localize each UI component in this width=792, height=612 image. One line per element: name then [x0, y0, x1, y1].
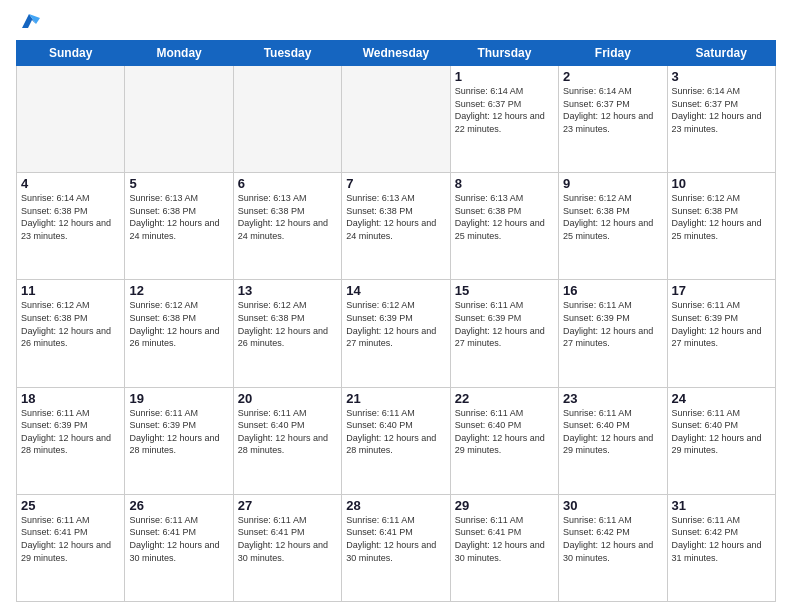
calendar-week-2: 11Sunrise: 6:12 AMSunset: 6:38 PMDayligh…: [17, 280, 776, 387]
day-header-sunday: Sunday: [17, 41, 125, 66]
day-info: Sunrise: 6:13 AMSunset: 6:38 PMDaylight:…: [455, 192, 554, 242]
day-header-tuesday: Tuesday: [233, 41, 341, 66]
day-info: Sunrise: 6:13 AMSunset: 6:38 PMDaylight:…: [346, 192, 445, 242]
day-number: 4: [21, 176, 120, 191]
day-number: 3: [672, 69, 771, 84]
day-info: Sunrise: 6:11 AMSunset: 6:41 PMDaylight:…: [455, 514, 554, 564]
day-info: Sunrise: 6:11 AMSunset: 6:39 PMDaylight:…: [672, 299, 771, 349]
day-info: Sunrise: 6:11 AMSunset: 6:40 PMDaylight:…: [238, 407, 337, 457]
day-number: 27: [238, 498, 337, 513]
day-info: Sunrise: 6:14 AMSunset: 6:38 PMDaylight:…: [21, 192, 120, 242]
day-info: Sunrise: 6:12 AMSunset: 6:38 PMDaylight:…: [238, 299, 337, 349]
day-number: 22: [455, 391, 554, 406]
day-info: Sunrise: 6:11 AMSunset: 6:39 PMDaylight:…: [563, 299, 662, 349]
day-number: 25: [21, 498, 120, 513]
calendar-cell: [125, 66, 233, 173]
calendar-cell: 26Sunrise: 6:11 AMSunset: 6:41 PMDayligh…: [125, 494, 233, 601]
day-number: 11: [21, 283, 120, 298]
calendar-cell: [342, 66, 450, 173]
day-number: 24: [672, 391, 771, 406]
day-number: 30: [563, 498, 662, 513]
calendar-cell: 8Sunrise: 6:13 AMSunset: 6:38 PMDaylight…: [450, 173, 558, 280]
day-info: Sunrise: 6:11 AMSunset: 6:39 PMDaylight:…: [21, 407, 120, 457]
day-info: Sunrise: 6:11 AMSunset: 6:39 PMDaylight:…: [129, 407, 228, 457]
day-number: 16: [563, 283, 662, 298]
calendar-cell: 24Sunrise: 6:11 AMSunset: 6:40 PMDayligh…: [667, 387, 775, 494]
day-number: 29: [455, 498, 554, 513]
logo: [16, 12, 40, 32]
day-number: 6: [238, 176, 337, 191]
day-info: Sunrise: 6:11 AMSunset: 6:41 PMDaylight:…: [346, 514, 445, 564]
day-number: 10: [672, 176, 771, 191]
page: SundayMondayTuesdayWednesdayThursdayFrid…: [0, 0, 792, 612]
calendar-table: SundayMondayTuesdayWednesdayThursdayFrid…: [16, 40, 776, 602]
day-info: Sunrise: 6:11 AMSunset: 6:39 PMDaylight:…: [455, 299, 554, 349]
calendar-cell: 31Sunrise: 6:11 AMSunset: 6:42 PMDayligh…: [667, 494, 775, 601]
calendar-week-1: 4Sunrise: 6:14 AMSunset: 6:38 PMDaylight…: [17, 173, 776, 280]
day-number: 18: [21, 391, 120, 406]
calendar-cell: 1Sunrise: 6:14 AMSunset: 6:37 PMDaylight…: [450, 66, 558, 173]
calendar-cell: 27Sunrise: 6:11 AMSunset: 6:41 PMDayligh…: [233, 494, 341, 601]
calendar-cell: 20Sunrise: 6:11 AMSunset: 6:40 PMDayligh…: [233, 387, 341, 494]
day-info: Sunrise: 6:11 AMSunset: 6:41 PMDaylight:…: [21, 514, 120, 564]
day-number: 13: [238, 283, 337, 298]
calendar-cell: 2Sunrise: 6:14 AMSunset: 6:37 PMDaylight…: [559, 66, 667, 173]
day-info: Sunrise: 6:11 AMSunset: 6:40 PMDaylight:…: [672, 407, 771, 457]
day-info: Sunrise: 6:14 AMSunset: 6:37 PMDaylight:…: [563, 85, 662, 135]
day-number: 8: [455, 176, 554, 191]
calendar-cell: 11Sunrise: 6:12 AMSunset: 6:38 PMDayligh…: [17, 280, 125, 387]
day-number: 20: [238, 391, 337, 406]
day-number: 17: [672, 283, 771, 298]
day-header-saturday: Saturday: [667, 41, 775, 66]
day-number: 15: [455, 283, 554, 298]
day-number: 28: [346, 498, 445, 513]
calendar-cell: 10Sunrise: 6:12 AMSunset: 6:38 PMDayligh…: [667, 173, 775, 280]
day-info: Sunrise: 6:12 AMSunset: 6:39 PMDaylight:…: [346, 299, 445, 349]
calendar-cell: 19Sunrise: 6:11 AMSunset: 6:39 PMDayligh…: [125, 387, 233, 494]
calendar-cell: 7Sunrise: 6:13 AMSunset: 6:38 PMDaylight…: [342, 173, 450, 280]
day-number: 7: [346, 176, 445, 191]
calendar-cell: [17, 66, 125, 173]
calendar-cell: 30Sunrise: 6:11 AMSunset: 6:42 PMDayligh…: [559, 494, 667, 601]
calendar-cell: 15Sunrise: 6:11 AMSunset: 6:39 PMDayligh…: [450, 280, 558, 387]
day-number: 31: [672, 498, 771, 513]
calendar-cell: 28Sunrise: 6:11 AMSunset: 6:41 PMDayligh…: [342, 494, 450, 601]
calendar-week-3: 18Sunrise: 6:11 AMSunset: 6:39 PMDayligh…: [17, 387, 776, 494]
day-info: Sunrise: 6:11 AMSunset: 6:42 PMDaylight:…: [563, 514, 662, 564]
day-info: Sunrise: 6:12 AMSunset: 6:38 PMDaylight:…: [563, 192, 662, 242]
calendar-cell: 17Sunrise: 6:11 AMSunset: 6:39 PMDayligh…: [667, 280, 775, 387]
day-info: Sunrise: 6:11 AMSunset: 6:40 PMDaylight:…: [346, 407, 445, 457]
calendar-cell: 22Sunrise: 6:11 AMSunset: 6:40 PMDayligh…: [450, 387, 558, 494]
day-number: 12: [129, 283, 228, 298]
day-info: Sunrise: 6:12 AMSunset: 6:38 PMDaylight:…: [672, 192, 771, 242]
day-number: 23: [563, 391, 662, 406]
day-info: Sunrise: 6:12 AMSunset: 6:38 PMDaylight:…: [129, 299, 228, 349]
header: [16, 12, 776, 32]
day-number: 26: [129, 498, 228, 513]
calendar-cell: 13Sunrise: 6:12 AMSunset: 6:38 PMDayligh…: [233, 280, 341, 387]
calendar-cell: 16Sunrise: 6:11 AMSunset: 6:39 PMDayligh…: [559, 280, 667, 387]
calendar-cell: 29Sunrise: 6:11 AMSunset: 6:41 PMDayligh…: [450, 494, 558, 601]
calendar-header-row: SundayMondayTuesdayWednesdayThursdayFrid…: [17, 41, 776, 66]
calendar-week-4: 25Sunrise: 6:11 AMSunset: 6:41 PMDayligh…: [17, 494, 776, 601]
day-number: 2: [563, 69, 662, 84]
day-header-friday: Friday: [559, 41, 667, 66]
day-info: Sunrise: 6:11 AMSunset: 6:41 PMDaylight:…: [129, 514, 228, 564]
day-info: Sunrise: 6:14 AMSunset: 6:37 PMDaylight:…: [672, 85, 771, 135]
calendar-cell: 21Sunrise: 6:11 AMSunset: 6:40 PMDayligh…: [342, 387, 450, 494]
logo-icon: [18, 10, 40, 32]
calendar-cell: 3Sunrise: 6:14 AMSunset: 6:37 PMDaylight…: [667, 66, 775, 173]
day-info: Sunrise: 6:11 AMSunset: 6:40 PMDaylight:…: [455, 407, 554, 457]
day-number: 14: [346, 283, 445, 298]
day-number: 9: [563, 176, 662, 191]
calendar-cell: 12Sunrise: 6:12 AMSunset: 6:38 PMDayligh…: [125, 280, 233, 387]
calendar-week-0: 1Sunrise: 6:14 AMSunset: 6:37 PMDaylight…: [17, 66, 776, 173]
day-info: Sunrise: 6:11 AMSunset: 6:41 PMDaylight:…: [238, 514, 337, 564]
calendar-cell: 6Sunrise: 6:13 AMSunset: 6:38 PMDaylight…: [233, 173, 341, 280]
day-info: Sunrise: 6:12 AMSunset: 6:38 PMDaylight:…: [21, 299, 120, 349]
day-number: 21: [346, 391, 445, 406]
day-info: Sunrise: 6:13 AMSunset: 6:38 PMDaylight:…: [238, 192, 337, 242]
day-header-thursday: Thursday: [450, 41, 558, 66]
day-info: Sunrise: 6:14 AMSunset: 6:37 PMDaylight:…: [455, 85, 554, 135]
calendar-cell: 9Sunrise: 6:12 AMSunset: 6:38 PMDaylight…: [559, 173, 667, 280]
